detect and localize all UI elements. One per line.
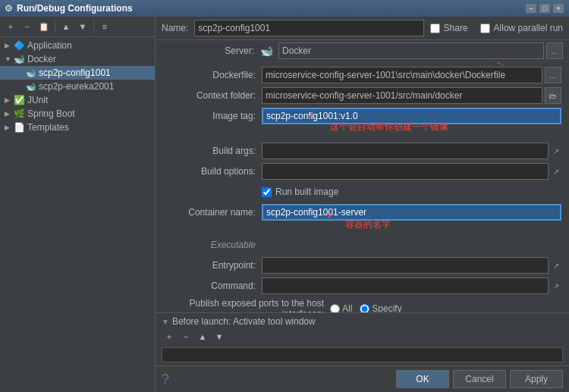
tree-arrow-application: ▶ — [5, 42, 14, 49]
image-annotation-row: ↑ 这个会自动帮你创建一个镜像 — [163, 128, 561, 140]
image-tag-control — [262, 108, 561, 124]
before-launch-list — [162, 347, 563, 362]
dockerfile-label: Dockerfile: — [163, 70, 262, 80]
title-bar-controls: − □ × — [525, 3, 564, 14]
copy-config-button[interactable]: 📋 — [36, 19, 52, 34]
name-input[interactable] — [194, 20, 423, 36]
before-launch-down-button[interactable]: ▼ — [212, 329, 227, 344]
tree-label-scp2p-config1001: scp2p-config1001 — [39, 67, 111, 78]
tree-item-templates[interactable]: ▶ 📄 Templates — [0, 121, 155, 134]
server-select[interactable]: Docker — [278, 42, 544, 59]
add-config-button[interactable]: + — [3, 19, 18, 34]
tree-label-application: Application — [27, 40, 72, 51]
executable-row: Executable — [163, 237, 561, 253]
radio-all[interactable] — [330, 304, 340, 313]
maximize-button[interactable]: □ — [539, 3, 551, 14]
context-folder-browse-button[interactable]: 🗁 — [545, 87, 561, 104]
run-built-image-text: Run built image — [275, 187, 338, 197]
before-launch-remove-button[interactable]: − — [178, 329, 193, 344]
run-built-image-row: Run built image — [163, 183, 561, 200]
docker-child-icon: 🐋 — [26, 68, 36, 78]
container-name-row: Container name: — [163, 204, 561, 221]
right-panel: Name: Share Allow parallel run Server: 🐋… — [156, 17, 569, 392]
publish-ports-row: Publish exposed ports to the host interf… — [163, 298, 561, 312]
tree-item-application[interactable]: ▶ 🔷 Application — [0, 39, 155, 52]
entrypoint-expand-button[interactable]: ↗ — [551, 260, 561, 271]
radio-all-label[interactable]: All — [330, 303, 352, 312]
application-icon: 🔷 — [14, 40, 25, 51]
entrypoint-row: Entrypoint: ↗ — [163, 257, 561, 274]
build-args-label: Build args: — [163, 146, 262, 156]
move-up-button[interactable]: ▲ — [58, 19, 74, 34]
run-built-image-control: Run built image — [262, 187, 561, 197]
dockerfile-browse-button[interactable]: ... — [545, 67, 561, 83]
tree-arrow-junit: ▶ — [5, 96, 14, 104]
build-options-expand-button[interactable]: ↗ — [551, 166, 561, 177]
allow-parallel-text: Allow parallel run — [494, 23, 563, 33]
container-name-input[interactable] — [262, 204, 561, 221]
tree-item-docker[interactable]: ▼ 🐋 Docker — [0, 52, 155, 66]
share-checkbox-label[interactable]: Share — [430, 23, 468, 33]
main-container: + − 📋 ▲ ▼ ≡ ▶ 🔷 Application ▼ 🐋 Docker — [0, 17, 569, 392]
tree-label-scp2p-eureka2001: scp2p-eureka2001 — [39, 81, 114, 92]
command-expand-button[interactable]: ↗ — [551, 281, 561, 291]
before-launch-up-button[interactable]: ▲ — [195, 329, 210, 344]
build-options-row: Build options: ↗ — [163, 163, 561, 180]
spring-boot-icon: 🌿 — [14, 108, 25, 119]
container-annotation-row: ↑ 容器的名字 — [163, 224, 561, 235]
sort-button[interactable]: ≡ — [97, 19, 112, 34]
context-folder-label: Context folder: — [163, 90, 262, 101]
apply-button[interactable]: Apply — [510, 370, 563, 388]
radio-group-ports: All Specify — [330, 303, 402, 312]
build-args-input[interactable] — [262, 143, 549, 159]
server-select-wrap: 🐋 Docker ... — [260, 42, 563, 59]
allow-parallel-label[interactable]: Allow parallel run — [480, 23, 563, 33]
container-name-label: Container name: — [163, 207, 262, 218]
run-built-image-checkbox[interactable] — [262, 187, 272, 197]
image-tag-input[interactable] — [262, 108, 561, 124]
dockerfile-select[interactable]: microservice-config-server-1001\src\main… — [262, 67, 542, 83]
before-launch-toolbar: + − ▲ ▼ — [162, 329, 563, 344]
command-input[interactable] — [262, 278, 549, 294]
share-checkbox[interactable] — [430, 24, 440, 33]
radio-specify[interactable] — [360, 304, 369, 313]
form-area: Dockerfile: microservice-config-server-1… — [156, 62, 569, 312]
executable-label: Executable — [163, 240, 262, 250]
move-down-button[interactable]: ▼ — [75, 19, 90, 34]
minimize-button[interactable]: − — [525, 3, 537, 14]
before-launch-add-button[interactable]: + — [162, 329, 177, 344]
tree-label-templates: Templates — [27, 122, 69, 133]
before-launch-header[interactable]: ▼ Before launch: Activate tool window — [162, 316, 563, 327]
build-args-expand-button[interactable]: ↗ — [551, 146, 561, 156]
help-icon[interactable]: ? — [162, 372, 169, 387]
before-launch-section: ▼ Before launch: Activate tool window + … — [156, 312, 569, 365]
allow-parallel-checkbox[interactable] — [480, 24, 490, 33]
tree-item-scp2p-config1001[interactable]: 🐋 scp2p-config1001 — [0, 66, 155, 80]
remove-config-button[interactable]: − — [20, 19, 35, 34]
share-label: Share — [444, 23, 468, 33]
close-button[interactable]: × — [552, 3, 564, 14]
build-options-input[interactable] — [262, 163, 549, 180]
left-toolbar: + − 📋 ▲ ▼ ≡ — [0, 17, 155, 37]
context-folder-input[interactable] — [262, 87, 542, 104]
ok-button[interactable]: OK — [396, 370, 449, 388]
docker-server-icon: 🐋 — [260, 45, 273, 57]
cancel-button[interactable]: Cancel — [453, 370, 506, 388]
tree-item-spring-boot[interactable]: ▶ 🌿 Spring Boot — [0, 107, 155, 121]
tree-label-docker: Docker — [27, 54, 56, 64]
radio-specify-text: Specify — [372, 303, 401, 312]
server-browse-button[interactable]: ... — [546, 42, 563, 59]
tree-item-junit[interactable]: ▶ ✅ JUnit — [0, 93, 155, 107]
entrypoint-input[interactable] — [262, 257, 549, 274]
server-row: Server: 🐋 Docker ... — [156, 40, 569, 62]
title-bar-icon: ⚙ — [5, 3, 13, 14]
build-options-label: Build options: — [163, 166, 262, 177]
command-control: ↗ — [262, 278, 561, 294]
run-built-image-checkbox-label[interactable]: Run built image — [262, 187, 338, 197]
footer-spacer: ? — [162, 372, 392, 387]
tree-item-scp2p-eureka2001[interactable]: 🐋 scp2p-eureka2001 — [0, 80, 155, 93]
radio-specify-label[interactable]: Specify — [360, 303, 401, 312]
publish-ports-label: Publish exposed ports to the host interf… — [163, 298, 330, 312]
tree-arrow-docker: ▼ — [5, 55, 14, 63]
tree-arrow-spring-boot: ▶ — [5, 110, 14, 118]
